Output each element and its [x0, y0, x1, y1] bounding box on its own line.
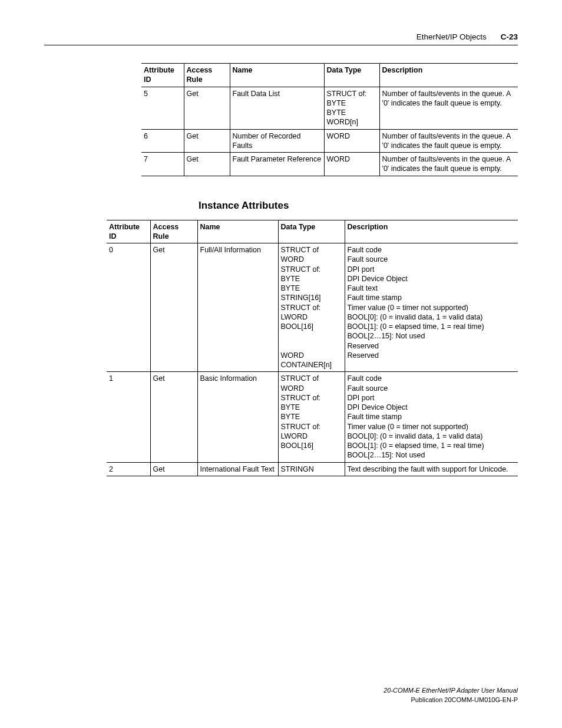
page-header: EtherNet/IP ObjectsC-23 [44, 32, 518, 45]
cell-access-rule: Get [184, 129, 230, 153]
cell-name: Full/All Information [197, 243, 278, 372]
cell-description: Fault code Fault source DPI port DPI Dev… [345, 243, 518, 372]
table-row: 6 Get Number of Recorded Faults WORD Num… [141, 129, 518, 153]
col-data-type: Data Type [324, 64, 379, 87]
cell-description: Number of faults/events in the queue. A … [379, 87, 518, 129]
col-name: Name [230, 64, 324, 87]
header-page-number: C-23 [501, 32, 518, 41]
cell-description: Number of faults/events in the queue. A … [379, 153, 518, 176]
table-row: 0 Get Full/All Information STRUCT of WOR… [107, 243, 518, 372]
col-name: Name [197, 220, 278, 243]
cell-name: Fault Parameter Reference [230, 153, 324, 176]
cell-description: Text describing the fault with support f… [345, 462, 518, 476]
attributes-table-1: Attribute ID Access Rule Name Data Type … [141, 63, 518, 176]
cell-attr-id: 2 [107, 462, 150, 476]
cell-name: Basic Information [197, 372, 278, 462]
cell-name: Number of Recorded Faults [230, 129, 324, 153]
cell-attr-id: 5 [141, 87, 184, 129]
col-access-rule: Access Rule [184, 64, 230, 87]
cell-access-rule: Get [150, 462, 197, 476]
cell-name: Fault Data List [230, 87, 324, 129]
table-row: 2 Get International Fault Text STRINGN T… [107, 462, 518, 476]
cell-data-type: STRUCT of WORD STRUCT of: BYTE BYTE STRU… [278, 372, 345, 462]
cell-attr-id: 7 [141, 153, 184, 176]
cell-data-type: STRUCT of WORD STRUCT of: BYTE BYTE STRI… [278, 243, 345, 372]
cell-access-rule: Get [150, 243, 197, 372]
cell-attr-id: 0 [107, 243, 150, 372]
cell-data-type: WORD [324, 153, 379, 176]
table-row: 5 Get Fault Data List STRUCT of: BYTE BY… [141, 87, 518, 129]
table-row: 1 Get Basic Information STRUCT of WORD S… [107, 372, 518, 462]
page-footer: 20-COMM-E EtherNet/IP Adapter User Manua… [384, 686, 518, 704]
col-data-type: Data Type [278, 220, 345, 243]
col-description: Description [379, 64, 518, 87]
cell-data-type: WORD [324, 129, 379, 153]
cell-data-type: STRINGN [278, 462, 345, 476]
cell-attr-id: 1 [107, 372, 150, 462]
header-section-name: EtherNet/IP Objects [416, 32, 487, 41]
cell-access-rule: Get [150, 372, 197, 462]
cell-access-rule: Get [184, 87, 230, 129]
table-header-row: Attribute ID Access Rule Name Data Type … [141, 64, 518, 87]
cell-description: Fault code Fault source DPI port DPI Dev… [345, 372, 518, 462]
instance-attributes-table: Attribute ID Access Rule Name Data Type … [107, 220, 518, 476]
section-heading-instance-attributes: Instance Attributes [199, 200, 518, 212]
col-access-rule: Access Rule [150, 220, 197, 243]
cell-access-rule: Get [184, 153, 230, 176]
col-attr-id: Attribute ID [107, 220, 150, 243]
footer-publication-id: Publication 20COMM-UM010G-EN-P [384, 696, 518, 704]
cell-name: International Fault Text [197, 462, 278, 476]
table-row: 7 Get Fault Parameter Reference WORD Num… [141, 153, 518, 176]
col-description: Description [345, 220, 518, 243]
table-header-row: Attribute ID Access Rule Name Data Type … [107, 220, 518, 243]
footer-manual-title: 20-COMM-E EtherNet/IP Adapter User Manua… [384, 686, 518, 695]
cell-description: Number of faults/events in the queue. A … [379, 129, 518, 153]
cell-data-type: STRUCT of: BYTE BYTE WORD[n] [324, 87, 379, 129]
cell-attr-id: 6 [141, 129, 184, 153]
col-attr-id: Attribute ID [141, 64, 184, 87]
